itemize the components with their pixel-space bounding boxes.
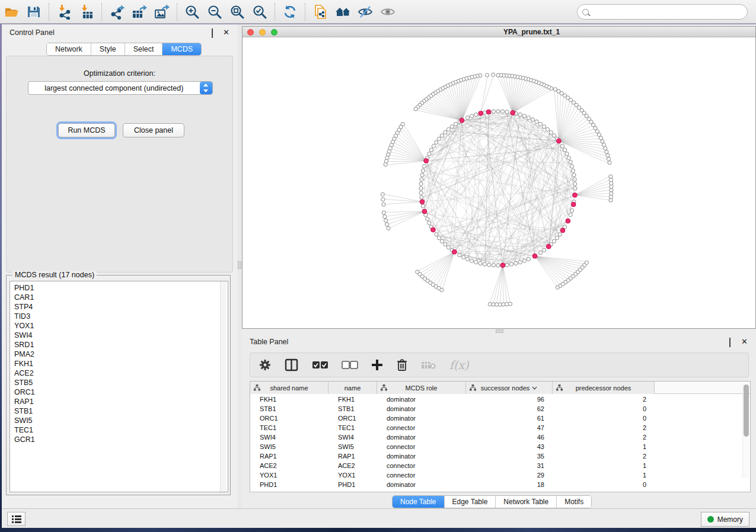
table-cell: 1 (553, 462, 655, 469)
show-all-button[interactable] (378, 2, 398, 21)
open-file-button[interactable] (1, 2, 21, 21)
run-mcds-button[interactable]: Run MCDS (58, 123, 115, 137)
table-row[interactable]: TEC1TEC1connector472 (250, 423, 750, 432)
tab-node-table[interactable]: Node Table (393, 496, 445, 508)
tab-select[interactable]: Select (125, 43, 163, 55)
network-graph[interactable] (243, 37, 755, 328)
close-table-panel-button[interactable]: ✕ (741, 338, 749, 345)
show-column-panel-button[interactable] (285, 356, 299, 374)
mcds-result-item[interactable]: SRD1 (14, 340, 228, 350)
first-neighbors-button[interactable] (333, 2, 353, 21)
float-table-panel-button[interactable] (729, 338, 737, 345)
mcds-result-item[interactable]: STP4 (14, 302, 228, 312)
mcds-result-item[interactable]: RAP1 (14, 397, 228, 406)
table-cell: 0 (553, 405, 655, 412)
mcds-result-item[interactable]: STB5 (14, 378, 228, 387)
mcds-result-item[interactable]: PHD1 (14, 283, 228, 293)
mcds-result-item[interactable]: STB1 (14, 406, 228, 416)
tab-motifs[interactable]: Motifs (557, 496, 591, 508)
tab-style[interactable]: Style (91, 43, 125, 55)
close-panel-button-mcds[interactable]: Close panel (123, 123, 184, 137)
table-row[interactable]: YOX1YOX1connector291 (250, 470, 750, 480)
column-header[interactable]: predecessor nodes (553, 382, 655, 394)
maximize-window-icon[interactable] (271, 29, 277, 36)
houses-icon (335, 4, 350, 20)
network-titlebar[interactable]: YPA_prune.txt_1 (243, 27, 755, 37)
memory-button[interactable]: Memory (701, 512, 749, 527)
network-window: YPA_prune.txt_1 (242, 26, 756, 329)
table-row[interactable]: FKH1FKH1dominator962 (250, 395, 750, 404)
dropdown-stepper-icon (200, 82, 212, 94)
mcds-result-item[interactable]: YOX1 (14, 321, 228, 331)
column-header[interactable]: MCDS role (377, 382, 466, 394)
column-header[interactable]: shared name (250, 382, 328, 394)
criterion-dropdown[interactable]: largest connected component (undirected) (28, 81, 213, 95)
tab-network[interactable]: Network (47, 43, 91, 55)
deselect-all-button[interactable] (342, 356, 358, 374)
tab-edge-table[interactable]: Edge Table (445, 496, 496, 508)
mcds-result-item[interactable]: GCR1 (14, 435, 228, 444)
task-history-button[interactable] (7, 512, 25, 526)
table-row[interactable]: ACE2ACE2connector311 (250, 461, 750, 470)
duplicate-network-button[interactable] (310, 2, 330, 21)
zoom-out-button[interactable] (205, 2, 225, 21)
table-cell: dominator (377, 481, 466, 488)
vertical-splitter[interactable] (237, 24, 242, 508)
search-box[interactable] (577, 4, 748, 20)
mcds-result-item[interactable]: ORC1 (14, 387, 228, 397)
zoom-in-button[interactable] (182, 2, 202, 21)
tab-network-table[interactable]: Network Table (496, 496, 557, 508)
float-panel-button[interactable] (212, 29, 219, 36)
export-table-button[interactable] (129, 2, 149, 21)
table-row[interactable]: RAP1RAP1dominator352 (250, 451, 750, 461)
close-window-icon[interactable] (247, 29, 254, 36)
zoom-fit-button[interactable] (227, 2, 247, 21)
splitter-grip[interactable] (238, 261, 241, 269)
refresh-icon (282, 4, 298, 20)
mcds-result-item[interactable]: CAR1 (14, 293, 228, 302)
select-all-button[interactable] (312, 356, 328, 374)
export-network-button[interactable] (107, 2, 127, 21)
desktop-wallpaper (0, 528, 756, 532)
close-panel-button[interactable]: ✕ (223, 29, 231, 36)
table-cell: 0 (553, 481, 655, 488)
mcds-result-item[interactable]: SWI4 (14, 331, 228, 340)
save-session-button[interactable] (24, 2, 44, 21)
table-cell: ORC1 (328, 415, 377, 422)
import-table-button[interactable] (76, 2, 97, 21)
mcds-result-item[interactable]: FKH1 (14, 359, 228, 368)
mcds-result-item[interactable]: ACE2 (14, 368, 228, 378)
zoom-selected-button[interactable] (250, 2, 270, 21)
minimize-window-icon[interactable] (259, 29, 266, 36)
mcds-result-item[interactable]: PMA2 (14, 350, 228, 359)
table-row[interactable]: PHD1PHD1dominator180 (250, 480, 750, 489)
table-settings-button[interactable] (259, 356, 272, 374)
table-row[interactable]: STB1STB1dominator620 (250, 404, 750, 414)
table-cell: RAP1 (328, 453, 377, 460)
table-row[interactable]: SWI5SWI5connector431 (250, 442, 750, 451)
refresh-button[interactable] (280, 2, 300, 21)
table-row[interactable]: ORC1ORC1dominator610 (250, 414, 750, 423)
create-column-button[interactable] (371, 356, 383, 374)
splitter-grip[interactable] (496, 329, 503, 333)
column-header[interactable]: successor nodes (466, 382, 553, 394)
import-network-button[interactable] (54, 2, 74, 21)
delete-column-button[interactable] (396, 356, 408, 374)
table-scrollbar[interactable] (742, 383, 749, 478)
export-table-icon (132, 4, 147, 20)
export-image-button[interactable] (152, 2, 172, 21)
table-row[interactable]: SWI4SWI4dominator462 (250, 432, 750, 442)
mcds-result-item[interactable]: SWI5 (14, 416, 228, 425)
mcds-result-item[interactable]: TID3 (14, 312, 228, 321)
tab-mcds[interactable]: MCDS (162, 43, 201, 55)
search-input[interactable] (592, 6, 747, 18)
hide-selected-button[interactable] (355, 2, 375, 21)
table-cell: 2 (553, 424, 655, 431)
column-header[interactable]: name (328, 382, 377, 394)
table-cell: 2 (553, 453, 655, 460)
mcds-list-scrollbar[interactable] (220, 281, 227, 492)
horizontal-splitter[interactable] (242, 329, 756, 334)
mcds-result-list[interactable]: PHD1CAR1STP4TID3YOX1SWI4SRD1PMA2FKH1ACE2… (9, 281, 228, 492)
scrollbar-thumb[interactable] (744, 384, 749, 437)
mcds-result-item[interactable]: TEC1 (14, 425, 228, 435)
